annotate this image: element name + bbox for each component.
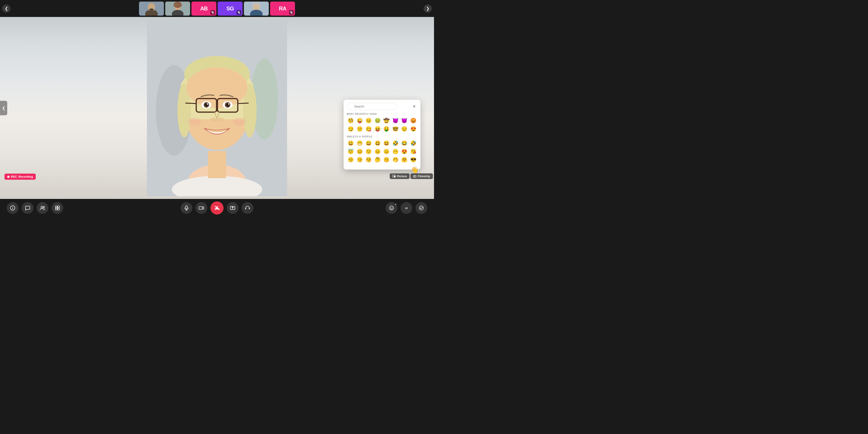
emoji-cell[interactable]: 🤗 xyxy=(400,156,408,164)
recently-used-grid: 🧐 😜 😐 🤢 🤠 😈 👿 😡 😏 🙂 😋 😝 🤑 🤓 😒 😍 xyxy=(347,117,417,133)
emoji-cell[interactable]: 😒 xyxy=(400,125,408,133)
emoji-cell[interactable]: 😀 xyxy=(347,140,355,147)
emoji-cell[interactable]: 😄 xyxy=(365,140,373,147)
emoji-cell[interactable]: 😆 xyxy=(382,140,391,147)
emoji-cell[interactable]: 😘 xyxy=(409,148,417,156)
prev-participant-arrow[interactable]: ❮ xyxy=(2,4,10,13)
language-label: vi xyxy=(405,206,408,210)
emoji-cell[interactable]: 😊 xyxy=(356,148,364,156)
participants-button[interactable] xyxy=(37,202,49,214)
emoji-cell[interactable]: 😚 xyxy=(365,156,373,164)
view-toggle-buttons: Picture Filmstrip xyxy=(390,174,433,179)
participant-thumb-4[interactable]: SG xyxy=(218,2,243,16)
svg-point-54 xyxy=(207,103,208,105)
avatar-initials-6: RA xyxy=(279,5,286,12)
emoji-cell[interactable]: 🤢 xyxy=(374,117,382,125)
participant-thumb-1[interactable] xyxy=(139,2,164,16)
filmstrip-label: Filmstrip xyxy=(418,175,430,178)
microphone-button[interactable] xyxy=(181,202,192,214)
svg-point-23 xyxy=(253,4,259,9)
emoji-cell[interactable]: 😜 xyxy=(356,117,364,125)
headset-button[interactable] xyxy=(242,202,253,214)
picture-in-picture-button[interactable]: Picture xyxy=(390,174,410,179)
next-participant-arrow[interactable]: ❯ xyxy=(424,4,432,13)
camera-button[interactable] xyxy=(195,202,207,214)
emoji-cell[interactable]: 🤔 xyxy=(374,156,382,164)
emoji-cell[interactable]: 😁 xyxy=(356,140,364,147)
emoji-cell[interactable]: 😑 xyxy=(382,148,391,156)
svg-rect-11 xyxy=(175,3,181,7)
emoji-cell[interactable]: 👿 xyxy=(400,117,408,125)
end-call-button[interactable] xyxy=(211,202,223,215)
recording-text: Recording xyxy=(18,175,33,178)
svg-point-57 xyxy=(217,118,224,121)
emoji-cell[interactable]: 😐 xyxy=(365,117,373,125)
emoji-cell[interactable]: 😈 xyxy=(392,117,400,125)
emoji-close-button[interactable]: ✕ xyxy=(411,103,417,110)
activities-button[interactable] xyxy=(52,202,63,214)
emoji-cell[interactable]: 😝 xyxy=(374,125,382,133)
rec-label: REC xyxy=(11,175,17,178)
emoji-cell[interactable]: 😙 xyxy=(347,156,355,164)
mic-off-icon-6 xyxy=(289,10,293,15)
participant-thumb-6[interactable]: RA xyxy=(270,2,295,16)
emoji-cell[interactable]: 😶 xyxy=(392,148,400,156)
info-button[interactable] xyxy=(7,202,19,214)
emoji-cell[interactable]: 🤣 xyxy=(409,140,417,147)
emoji-cell[interactable]: 😂 xyxy=(400,140,408,147)
participant-thumb-2[interactable] xyxy=(165,2,190,16)
emoji-cell[interactable]: 😍 xyxy=(409,125,417,133)
main-video-area: ❮ REC Recording 🔍 ✕ MOST RECENTLY USED 🧐… xyxy=(0,17,434,199)
participant-thumb-5[interactable] xyxy=(244,2,269,16)
emoji-cell[interactable]: 😡 xyxy=(409,117,417,125)
emoji-react-button[interactable]: + xyxy=(385,202,397,214)
svg-point-67 xyxy=(12,207,13,207)
participant-thumbnails: AB SG xyxy=(139,2,295,16)
pip-label: Picture xyxy=(397,175,407,178)
emoji-cell[interactable]: 😎 xyxy=(409,156,417,164)
emoji-cell[interactable]: 🤫 xyxy=(382,156,391,164)
svg-line-47 xyxy=(238,103,249,103)
emoji-cell[interactable]: 🤑 xyxy=(382,125,391,133)
emoji-cell[interactable]: 😇 xyxy=(347,148,355,156)
toolbar-left-group xyxy=(7,202,63,214)
side-panel-arrow[interactable]: ❮ xyxy=(0,101,7,115)
participant-thumb-3[interactable]: AB xyxy=(191,2,216,16)
emoji-cell[interactable]: 😗 xyxy=(356,156,364,164)
emoji-cell[interactable]: 🤠 xyxy=(382,117,391,125)
svg-point-58 xyxy=(188,118,201,126)
filmstrip-button[interactable]: Filmstrip xyxy=(410,174,433,179)
svg-rect-61 xyxy=(394,176,395,177)
chat-button[interactable] xyxy=(22,202,33,214)
mic-off-icon-3 xyxy=(211,10,215,15)
emoji-cell[interactable]: 😃 xyxy=(374,140,382,147)
svg-rect-77 xyxy=(199,207,202,209)
emoji-cell[interactable]: 🙂 xyxy=(365,148,373,156)
svg-point-55 xyxy=(228,103,229,105)
checkmark-button[interactable] xyxy=(415,202,427,214)
emoji-cell[interactable]: 😍 xyxy=(400,148,408,156)
emoji-cell[interactable]: 🤭 xyxy=(392,156,400,164)
emoji-cell[interactable]: 🤓 xyxy=(392,125,400,133)
share-screen-button[interactable] xyxy=(227,202,239,214)
emoji-cell[interactable]: 😋 xyxy=(365,125,373,133)
smileys-people-label: SMILEYS & PEOPLE xyxy=(347,135,417,138)
emoji-cell[interactable]: 🤣 xyxy=(392,140,400,147)
svg-point-69 xyxy=(43,206,44,208)
emoji-cell[interactable]: 😏 xyxy=(347,125,355,133)
svg-rect-62 xyxy=(413,176,416,177)
emoji-cell[interactable]: 😐 xyxy=(374,148,382,156)
emoji-search-row: 🔍 ✕ xyxy=(347,103,417,110)
emoji-cell[interactable]: 🧐 xyxy=(347,117,355,125)
svg-point-6 xyxy=(149,8,154,11)
svg-point-84 xyxy=(391,207,391,208)
recording-badge: REC Recording xyxy=(4,174,36,180)
svg-rect-71 xyxy=(58,206,59,208)
rec-dot xyxy=(7,176,9,178)
smileys-grid: 😀 😁 😄 😃 😆 🤣 😂 🤣 😇 😊 🙂 😐 😑 😶 😍 😘 😙 😗 😚 🤔 … xyxy=(347,140,417,164)
emoji-search-input[interactable] xyxy=(347,103,397,110)
avatar-initials-4: SG xyxy=(226,5,234,12)
svg-point-56 xyxy=(210,118,217,121)
language-button[interactable]: vi xyxy=(401,202,412,214)
emoji-cell[interactable]: 🙂 xyxy=(356,125,364,133)
